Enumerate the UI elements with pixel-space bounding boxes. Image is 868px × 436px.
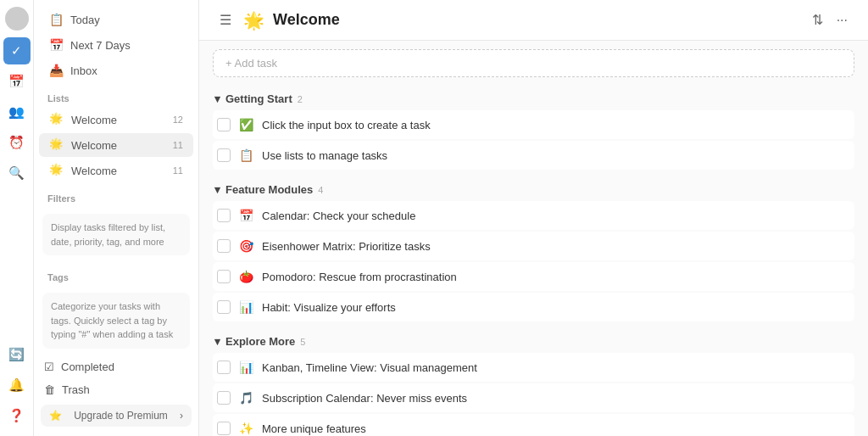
- list-item-welcome2[interactable]: 🌟 Welcome 11: [39, 133, 193, 157]
- task-emoji-t9: ✨: [239, 422, 253, 435]
- hamburger-icon: ☰: [220, 13, 231, 27]
- sidebar-item-next7days[interactable]: 📅 Next 7 Days: [39, 33, 193, 57]
- filters-description: Display tasks filtered by list, date, pr…: [42, 214, 190, 255]
- list-emoji-3: 🌟: [49, 163, 64, 178]
- list-label-2: Welcome: [71, 139, 117, 152]
- filters-text: Display tasks filtered by list, date, pr…: [51, 222, 165, 247]
- task-checkbox-t7[interactable]: [217, 361, 231, 374]
- header-actions: ⇅ ···: [809, 8, 851, 31]
- list-label-1: Welcome: [71, 114, 117, 126]
- task-text-t2: Use lists to manage tasks: [262, 149, 825, 162]
- sidebar: 📋 Today 📅 Next 7 Days 📥 Inbox Lists 🌟 We…: [34, 0, 199, 436]
- task-emoji-t3: 📅: [239, 209, 253, 222]
- task-checkbox-t3[interactable]: [217, 209, 231, 222]
- task-text-t9: More unique features: [262, 422, 825, 435]
- list-count-3: 11: [173, 165, 183, 176]
- task-text-t5: Pomodoro: Rescue from procrastination: [262, 271, 825, 283]
- task-row: ✅ Click the input box to create a task ⋮: [213, 110, 854, 139]
- avatar[interactable]: [5, 7, 29, 31]
- task-checkbox-t9[interactable]: [217, 422, 231, 435]
- bell-icon-btn[interactable]: 🔔: [3, 372, 31, 399]
- main-content: ☰ 🌟 Welcome ⇅ ··· + Add task ▾ Getting S…: [199, 0, 868, 436]
- task-row: 🍅 Pomodoro: Rescue from procrastination …: [213, 262, 854, 291]
- home-icon-btn[interactable]: ✓: [3, 37, 31, 64]
- task-checkbox-t8[interactable]: [217, 391, 231, 405]
- page-title: Welcome: [273, 11, 800, 29]
- completed-label: Completed: [61, 361, 114, 373]
- clock-icon-btn[interactable]: ⏰: [3, 129, 31, 156]
- group-count: 2: [298, 94, 303, 104]
- completed-icon: ☑: [44, 361, 54, 373]
- group-count: 5: [300, 337, 305, 347]
- sort-icon: ⇅: [812, 13, 823, 27]
- task-checkbox-t5[interactable]: [217, 270, 231, 283]
- task-text-t4: Eisenhower Matrix: Prioritize tasks: [262, 240, 825, 253]
- task-checkbox-t1[interactable]: [217, 118, 231, 131]
- search-icon-btn[interactable]: 🔍: [3, 159, 31, 187]
- task-content: + Add task ▾ Getting Start 2 ✅ Click the…: [199, 41, 868, 436]
- sidebar-item-today[interactable]: 📋 Today: [39, 8, 193, 31]
- group-label: Explore More: [225, 335, 295, 348]
- trash-label: Trash: [62, 383, 90, 396]
- task-emoji-t4: 🎯: [239, 239, 253, 253]
- task-emoji-t2: 📋: [239, 148, 253, 162]
- task-text-t8: Subscription Calendar: Never miss events: [262, 392, 825, 405]
- task-checkbox-t2[interactable]: [217, 148, 231, 162]
- tags-label: Tags: [34, 262, 198, 286]
- today-icon: 📋: [49, 13, 64, 26]
- task-emoji-t7: 📊: [239, 361, 253, 374]
- add-task-bar[interactable]: + Add task: [213, 49, 854, 77]
- task-text-t7: Kanban, Timeline View: Visual management: [262, 361, 825, 374]
- group-chevron-icon: ▾: [214, 335, 220, 348]
- list-emoji-1: 🌟: [49, 112, 64, 127]
- upgrade-chevron-icon: ›: [180, 410, 183, 422]
- task-emoji-t8: 🎵: [239, 391, 253, 405]
- task-group-header-feature-modules[interactable]: ▾ Feature Modules 4: [213, 176, 854, 199]
- main-header: ☰ 🌟 Welcome ⇅ ···: [199, 0, 868, 41]
- task-group-header-explore-more[interactable]: ▾ Explore More 5: [213, 328, 854, 351]
- group-label: Feature Modules: [225, 183, 313, 196]
- tags-text: Categorize your tasks with tags. Quickly…: [51, 301, 173, 339]
- menu-button[interactable]: ☰: [216, 8, 235, 31]
- sidebar-item-inbox[interactable]: 📥 Inbox: [39, 59, 193, 82]
- sidebar-item-trash[interactable]: 🗑 Trash: [34, 378, 198, 401]
- list-item-welcome1[interactable]: 🌟 Welcome 12: [39, 108, 193, 131]
- task-row: 📅 Calendar: Check your schedule ⋮: [213, 201, 854, 230]
- task-checkbox-t4[interactable]: [217, 239, 231, 253]
- task-text-t6: Habit: Visualize your efforts: [262, 301, 825, 314]
- more-options-button[interactable]: ···: [833, 9, 851, 31]
- sync-icon-btn[interactable]: 🔄: [3, 341, 31, 368]
- task-row: ✨ More unique features ⋮: [213, 414, 854, 436]
- task-emoji-t5: 🍅: [239, 270, 253, 283]
- add-task-label: + Add task: [225, 57, 277, 70]
- task-row: 🎯 Eisenhower Matrix: Prioritize tasks ⋮: [213, 232, 854, 260]
- task-row: 🎵 Subscription Calendar: Never miss even…: [213, 383, 854, 412]
- sidebar-today-label: Today: [70, 14, 183, 26]
- next7days-icon: 📅: [49, 38, 64, 52]
- title-emoji: 🌟: [243, 10, 264, 31]
- upgrade-premium-button[interactable]: ⭐ Upgrade to Premium ›: [41, 405, 192, 427]
- sidebar-inbox-label: Inbox: [70, 64, 183, 77]
- sidebar-bottom: ☑ Completed 🗑 Trash ⭐ Upgrade to Premium…: [34, 355, 198, 430]
- task-text-t1: Click the input box to create a task: [262, 119, 825, 131]
- task-checkbox-t6[interactable]: [217, 300, 231, 314]
- group-label: Getting Start: [225, 92, 292, 105]
- group-count: 4: [318, 185, 323, 195]
- list-label-3: Welcome: [71, 165, 117, 177]
- sort-button[interactable]: ⇅: [809, 8, 826, 31]
- task-group-header-getting-start[interactable]: ▾ Getting Start 2: [213, 86, 854, 109]
- people-icon-btn[interactable]: 👥: [3, 98, 31, 126]
- list-item-welcome3[interactable]: 🌟 Welcome 11: [39, 159, 193, 182]
- list-count-1: 12: [173, 115, 183, 125]
- tags-description: Categorize your tasks with tags. Quickly…: [42, 293, 190, 349]
- task-group-getting-start: ▾ Getting Start 2 ✅ Click the input box …: [213, 86, 854, 170]
- sidebar-item-completed[interactable]: ☑ Completed: [34, 355, 198, 378]
- help-icon-btn[interactable]: ❓: [3, 402, 31, 429]
- task-row: 📊 Kanban, Timeline View: Visual manageme…: [213, 353, 854, 382]
- list-emoji-2: 🌟: [49, 137, 64, 153]
- calendar-icon-btn[interactable]: 📅: [3, 68, 31, 95]
- task-group-explore-more: ▾ Explore More 5 📊 Kanban, Timeline View…: [213, 328, 854, 436]
- sidebar-next7days-label: Next 7 Days: [70, 39, 183, 52]
- inbox-icon: 📥: [49, 64, 64, 77]
- task-row: 📋 Use lists to manage tasks ⋮: [213, 141, 854, 170]
